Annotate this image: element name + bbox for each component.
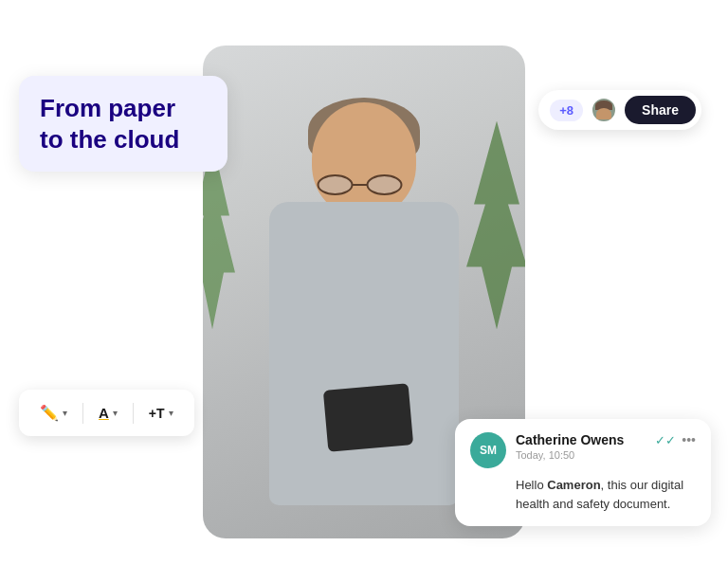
person-body (269, 202, 459, 505)
scene: From paper to the cloud +8 Share ✏️ ▾ A … (0, 0, 728, 583)
person-tablet (323, 383, 413, 452)
add-text-icon: +T (149, 406, 165, 421)
text-color-icon: A (99, 405, 109, 421)
toolbar-card: ✏️ ▾ A ▾ +T ▾ (19, 390, 194, 436)
pen-chevron-icon: ▾ (63, 408, 67, 418)
pen-icon: ✏️ (40, 404, 59, 422)
chat-timestamp: Today, 10:50 (516, 449, 696, 461)
toolbar-divider-2 (133, 403, 134, 424)
toolbar-divider-1 (82, 403, 83, 424)
toolbar-text-color[interactable]: A ▾ (91, 400, 125, 426)
chat-meta: Catherine Owens ✓✓ ••• Today, 10:50 (516, 432, 696, 461)
chat-sender-name: Catherine Owens (516, 432, 624, 447)
share-avatar (591, 97, 617, 123)
chat-header: SM Catherine Owens ✓✓ ••• Today, 10:50 (470, 432, 696, 468)
chat-mention: Cameron (547, 478, 600, 492)
text-color-chevron-icon: ▾ (113, 408, 118, 418)
more-options-icon[interactable]: ••• (682, 432, 696, 447)
chat-avatar-initials: SM (480, 444, 497, 457)
chat-message-body: Hello Cameron, this our digital health a… (516, 476, 696, 513)
person-head (312, 102, 416, 216)
toolbar-add-text[interactable]: +T ▾ (141, 401, 181, 426)
chat-card: SM Catherine Owens ✓✓ ••• Today, 10:50 H… (455, 419, 711, 526)
title-line2: to the cloud (40, 125, 179, 154)
chat-avatar: SM (470, 432, 506, 468)
share-button[interactable]: Share (625, 96, 696, 124)
chat-status-icons: ✓✓ ••• (655, 432, 696, 447)
toolbar-pen-tool[interactable]: ✏️ ▾ (32, 399, 75, 427)
title-card: From paper to the cloud (19, 76, 228, 172)
title-card-text: From paper to the cloud (40, 93, 207, 155)
title-line1: From paper (40, 94, 175, 122)
double-check-icon: ✓✓ (655, 433, 676, 447)
share-count: +8 (550, 100, 583, 121)
share-bar: +8 Share (538, 90, 701, 130)
person-glasses (318, 174, 403, 195)
add-text-chevron-icon: ▾ (169, 408, 173, 418)
chat-name-row: Catherine Owens ✓✓ ••• (516, 432, 696, 447)
